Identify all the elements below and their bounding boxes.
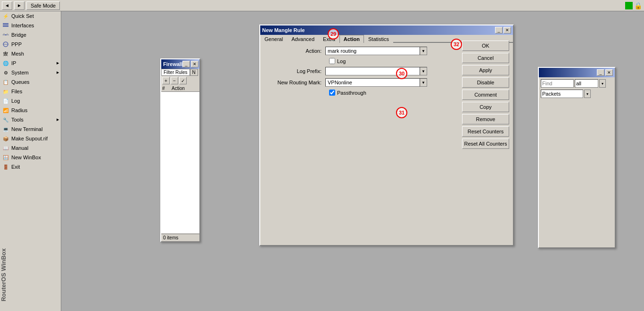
sidebar-item-queues[interactable]: 📋 Queues — [0, 77, 61, 87]
cancel-button[interactable]: Cancel — [462, 53, 509, 63]
firewall-table-body — [161, 92, 199, 233]
sidebar-item-label: Quick Set — [11, 13, 34, 19]
log-prefix-box[interactable] — [325, 67, 420, 75]
log-prefix-label: Log Prefix: — [264, 68, 325, 74]
firewall-minimize-btn[interactable]: _ — [182, 61, 190, 67]
quick-set-icon: ⚡ — [2, 12, 9, 20]
sidebar-item-new-winbox[interactable]: 🪟 New WinBox — [0, 153, 61, 162]
manual-icon: 📖 — [2, 144, 9, 152]
sidebar-item-quick-set[interactable]: ⚡ Quick Set — [0, 11, 61, 21]
ok-button[interactable]: OK — [462, 41, 509, 51]
top-bar: ◄ ► Safe Mode 🔒 — [0, 0, 644, 11]
bg-window-titlebar: _ ✕ — [539, 68, 615, 77]
winbox-icon: 🪟 — [2, 154, 9, 161]
tab-extra[interactable]: Extra — [319, 35, 339, 43]
sidebar-item-label: Tools — [11, 117, 24, 123]
vertical-branding: RouterOS WinBox — [0, 248, 9, 302]
tab-advanced[interactable]: Advanced — [287, 35, 319, 43]
remove-button[interactable]: Remove — [462, 114, 509, 124]
comment-button[interactable]: Comment — [462, 90, 509, 100]
packets-select-box: Packets — [541, 90, 583, 98]
log-checkbox[interactable] — [329, 58, 335, 64]
action-dropdown-arrow[interactable]: ▼ — [420, 47, 427, 55]
sidebar-item-bridge[interactable]: Bridge — [0, 30, 61, 40]
bg-window-controls: _ ✕ — [597, 69, 613, 76]
apply-button[interactable]: Apply — [462, 65, 509, 75]
sidebar-item-label: Files — [11, 89, 22, 94]
safe-mode-button[interactable]: Safe Mode — [26, 1, 60, 10]
tools-icon: 🔧 — [2, 116, 9, 123]
reset-all-counters-button[interactable]: Reset All Counters — [462, 139, 509, 149]
mesh-icon: 🕸 — [2, 50, 9, 57]
firewall-tab-filter-rules[interactable]: Filter Rules — [161, 69, 190, 76]
disable-button[interactable]: Disable — [462, 77, 509, 88]
col-action: Action — [172, 86, 185, 91]
firewall-add-btn[interactable]: + — [162, 77, 170, 84]
sidebar-item-files[interactable]: 📁 Files — [0, 87, 61, 96]
svg-rect-4 — [3, 33, 5, 35]
sidebar-item-ppp[interactable]: PPP — [0, 40, 61, 49]
log-label: Log — [337, 58, 346, 64]
sidebar-item-system[interactable]: ⚙ System — [0, 68, 61, 77]
back-button[interactable]: ◄ — [2, 1, 12, 10]
sidebar-item-tools[interactable]: 🔧 Tools — [0, 115, 61, 124]
firewall-check-btn[interactable]: ✓ — [179, 77, 187, 84]
passthrough-checkbox[interactable] — [329, 90, 335, 96]
sidebar-item-log[interactable]: 📄 Log — [0, 96, 61, 106]
sidebar-item-manual[interactable]: 📖 Manual — [0, 143, 61, 153]
sidebar-item-label: Queues — [11, 79, 30, 85]
routing-mark-label: New Routing Mark: — [264, 80, 325, 85]
tab-general[interactable]: General — [260, 35, 287, 43]
sidebar-item-label: Bridge — [11, 32, 26, 38]
firewall-tab-n[interactable]: N — [190, 69, 198, 76]
main-layout: ⚡ Quick Set Interfaces Bridge PPP 🕸 — [0, 11, 644, 311]
find-row: all ▼ — [541, 79, 613, 88]
sidebar-item-label: Make Supout.rif — [11, 136, 48, 141]
sidebar-item-label: Interfaces — [11, 23, 34, 28]
sidebar-item-make-supout[interactable]: 📦 Make Supout.rif — [0, 134, 61, 143]
right-window-content: all ▼ Packets ▼ — [539, 77, 615, 100]
sidebar-item-radius[interactable]: 📶 Radius — [0, 106, 61, 115]
sidebar-item-label: Radius — [11, 107, 27, 113]
firewall-close-btn[interactable]: ✕ — [191, 61, 198, 67]
firewall-status: 0 items — [161, 234, 199, 241]
system-icon: ⚙ — [2, 69, 9, 76]
queues-icon: 📋 — [2, 78, 9, 86]
action-panel: OK Cancel Apply Disable Comment Copy Rem… — [462, 41, 509, 149]
mangle-close-btn[interactable]: ✕ — [504, 27, 511, 33]
svg-rect-5 — [7, 33, 8, 35]
action-select-box[interactable]: mark routing — [325, 47, 420, 55]
log-icon: 📄 — [2, 97, 9, 105]
terminal-icon: 💻 — [2, 125, 9, 133]
mangle-title: New Mangle Rule — [262, 27, 305, 33]
packets-dropdown-arrow[interactable]: ▼ — [584, 90, 591, 98]
bg-window-close-btn[interactable]: ✕ — [605, 69, 613, 76]
sidebar-item-label: System — [11, 70, 29, 75]
sidebar-item-mesh[interactable]: 🕸 Mesh — [0, 49, 61, 58]
sidebar-item-exit[interactable]: 🚪 Exit — [0, 162, 61, 172]
forward-button[interactable]: ► — [14, 1, 25, 10]
mangle-minimize-btn[interactable]: _ — [495, 27, 503, 33]
sidebar-item-interfaces[interactable]: Interfaces — [0, 21, 61, 30]
filter-dropdown-arrow[interactable]: ▼ — [599, 79, 606, 88]
sidebar-item-label: Manual — [11, 145, 28, 151]
firewall-table-header: # Action — [161, 85, 199, 92]
action-select-container: mark routing ▼ — [325, 47, 427, 55]
copy-button[interactable]: Copy — [462, 102, 509, 112]
ip-icon: 🌐 — [2, 59, 9, 67]
passthrough-label: Passthrough — [337, 90, 366, 96]
find-input[interactable] — [541, 79, 574, 88]
sidebar-item-ip[interactable]: 🌐 IP — [0, 58, 61, 68]
log-prefix-dropdown-arrow[interactable]: ▼ — [420, 67, 427, 75]
radius-icon: 📶 — [2, 106, 9, 114]
bg-window-minimize-btn[interactable]: _ — [597, 69, 604, 76]
firewall-remove-btn[interactable]: − — [171, 77, 178, 84]
tab-statistics[interactable]: Statistics — [364, 35, 393, 43]
tab-action[interactable]: Action — [339, 35, 364, 43]
action-label: Action: — [264, 48, 325, 54]
reset-counters-button[interactable]: Reset Counters — [462, 126, 509, 137]
sidebar-item-label: Log — [11, 98, 20, 104]
routing-mark-dropdown-arrow[interactable]: ▼ — [420, 78, 427, 87]
sidebar-item-new-terminal[interactable]: 💻 New Terminal — [0, 124, 61, 134]
routing-mark-box[interactable]: VPNonline — [325, 78, 420, 87]
